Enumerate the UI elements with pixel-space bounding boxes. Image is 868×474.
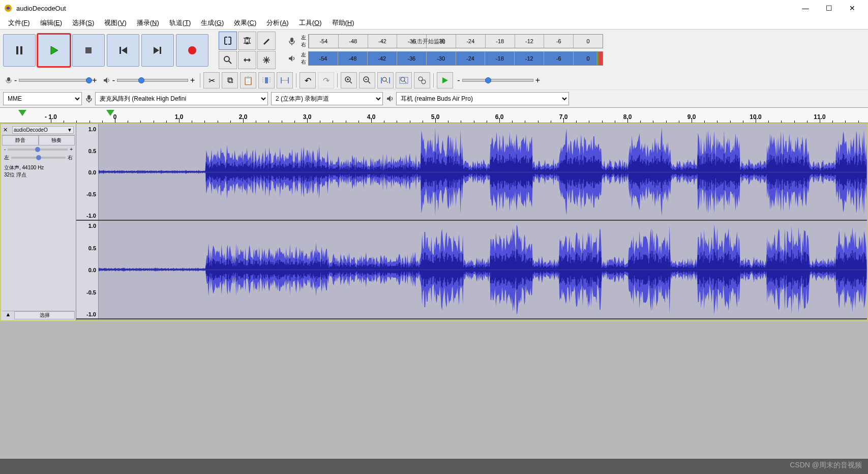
- menu-s[interactable]: 选择(S): [67, 17, 99, 29]
- maximize-button[interactable]: ☐: [817, 0, 841, 16]
- svg-point-16: [418, 77, 423, 81]
- waveform-left-channel[interactable]: 1.00.50.0-0.5-1.0: [76, 124, 867, 221]
- menu-g[interactable]: 生成(G): [196, 17, 229, 29]
- app-icon: [4, 4, 12, 12]
- track-control-panel: ✕ audioDecodeO▼ 静音 独奏 -+ 左右 立体声, 44100 H…: [1, 124, 76, 320]
- title-bar: audioDecodeOut — ☐ ✕: [0, 0, 868, 16]
- svg-rect-10: [265, 77, 268, 83]
- play-button[interactable]: [38, 34, 70, 67]
- collapse-button[interactable]: ▲: [2, 311, 14, 319]
- svg-point-6: [188, 46, 196, 54]
- track-close-button[interactable]: ✕: [3, 127, 11, 133]
- zoom-out-button[interactable]: [359, 72, 375, 88]
- svg-point-17: [422, 80, 426, 84]
- pan-slider[interactable]: 左右: [2, 153, 75, 162]
- svg-rect-9: [7, 77, 10, 81]
- menu-v[interactable]: 视图(V): [99, 17, 131, 29]
- svg-rect-3: [85, 47, 92, 53]
- minimize-button[interactable]: —: [794, 0, 817, 16]
- copy-button[interactable]: ⧉: [222, 72, 238, 88]
- fit-selection-button[interactable]: [377, 72, 394, 88]
- playback-speed-slider[interactable]: -+: [455, 76, 542, 85]
- recording-channels-select[interactable]: 2 (立体声) 录制声道: [271, 92, 383, 105]
- microphone-icon: [85, 95, 93, 103]
- trim-button[interactable]: [258, 72, 275, 88]
- record-button[interactable]: [176, 34, 208, 67]
- menu-o[interactable]: 工具(O): [294, 17, 327, 29]
- recording-volume-slider[interactable]: -+: [3, 76, 99, 85]
- menu-n[interactable]: 播录(N): [132, 17, 164, 29]
- paste-button[interactable]: 📋: [240, 72, 256, 88]
- timeline-ruler[interactable]: - 1.001.02.03.04.05.06.07.08.09.010.011.…: [0, 108, 868, 123]
- tools-toolbar: [217, 29, 278, 71]
- zoom-toggle-button[interactable]: [414, 72, 430, 88]
- menu-t[interactable]: 轨道(T): [164, 17, 196, 29]
- microphone-icon: [285, 37, 299, 45]
- skip-end-button[interactable]: [141, 34, 174, 67]
- speaker-icon: [103, 77, 110, 84]
- svg-rect-4: [119, 47, 121, 54]
- speaker-icon: [386, 95, 394, 103]
- watermark: CSDN @周末的音视频: [790, 461, 862, 470]
- device-toolbar: MME 麦克风阵列 (Realtek High Defini 2 (立体声) 录…: [0, 90, 868, 107]
- fit-project-button[interactable]: [396, 72, 412, 88]
- multi-tool[interactable]: [257, 51, 276, 69]
- svg-rect-2: [20, 46, 22, 54]
- audio-host-select[interactable]: MME: [3, 92, 82, 105]
- svg-point-14: [401, 77, 405, 81]
- recording-meter[interactable]: 左右 点击开始监视-54-48-42-36-30-24-18-12-60: [285, 33, 866, 49]
- svg-rect-8: [290, 38, 293, 42]
- menu-bar: 文件(F)编辑(E)选择(S)视图(V)播录(N)轨道(T)生成(G)效果(C)…: [0, 16, 868, 29]
- recording-device-select[interactable]: 麦克风阵列 (Realtek High Defini: [95, 92, 268, 105]
- playback-device-select[interactable]: 耳机 (realme Buds Air Pro): [396, 92, 569, 105]
- meters: 左右 点击开始监视-54-48-42-36-30-24-18-12-60 左右 …: [283, 31, 868, 70]
- track-select-button[interactable]: 选择: [14, 311, 75, 319]
- redo-button[interactable]: ↷: [318, 72, 334, 88]
- menu-e[interactable]: 编辑(E): [35, 17, 67, 29]
- track-info: 立体声, 44100 Hz 32位 浮点: [2, 162, 75, 181]
- window-title: audioDecodeOut: [16, 5, 794, 12]
- track-name-dropdown[interactable]: audioDecodeO▼: [12, 126, 74, 134]
- svg-point-13: [382, 77, 386, 81]
- envelope-tool[interactable]: [238, 32, 256, 50]
- selection-tool[interactable]: [219, 32, 237, 50]
- monitor-hint[interactable]: 点击开始监视: [411, 38, 445, 45]
- zoom-tool[interactable]: [219, 51, 237, 69]
- undo-button[interactable]: ↶: [300, 72, 316, 88]
- solo-button[interactable]: 独奏: [39, 135, 75, 145]
- silence-button[interactable]: [277, 72, 293, 88]
- stop-button[interactable]: [72, 34, 105, 67]
- gain-slider[interactable]: -+: [2, 145, 75, 153]
- toolbar-area: 左右 点击开始监视-54-48-42-36-30-24-18-12-60 左右 …: [0, 29, 868, 108]
- tracks-area: ✕ audioDecodeO▼ 静音 独奏 -+ 左右 立体声, 44100 H…: [0, 123, 868, 459]
- menu-c[interactable]: 效果(C): [229, 17, 261, 29]
- speaker-icon: [285, 54, 299, 63]
- cut-button[interactable]: ✂: [203, 72, 220, 88]
- play-at-speed-button[interactable]: [437, 72, 453, 88]
- svg-rect-18: [87, 95, 91, 100]
- draw-tool[interactable]: [257, 32, 276, 50]
- skip-start-button[interactable]: [107, 34, 139, 67]
- playback-volume-slider[interactable]: -+: [101, 76, 197, 85]
- menu-h[interactable]: 帮助(H): [327, 17, 360, 29]
- pause-button[interactable]: [3, 34, 36, 67]
- menu-a[interactable]: 分析(A): [261, 17, 293, 29]
- mute-button[interactable]: 静音: [2, 135, 39, 145]
- playback-meter[interactable]: 左右 -54-48-42-36-30-24-18-12-60: [285, 50, 866, 67]
- zoom-in-button[interactable]: [341, 72, 357, 88]
- close-button[interactable]: ✕: [841, 0, 864, 16]
- svg-rect-1: [16, 46, 18, 54]
- audio-track: ✕ audioDecodeO▼ 静音 独奏 -+ 左右 立体声, 44100 H…: [0, 123, 868, 321]
- svg-point-7: [224, 56, 229, 62]
- menu-f[interactable]: 文件(F): [3, 17, 35, 29]
- svg-rect-5: [160, 47, 161, 54]
- timeshift-tool[interactable]: [238, 51, 256, 69]
- transport-toolbar: [0, 31, 212, 70]
- waveform-right-channel[interactable]: 1.00.50.0-0.5-1.0: [76, 221, 867, 319]
- microphone-icon: [5, 77, 12, 84]
